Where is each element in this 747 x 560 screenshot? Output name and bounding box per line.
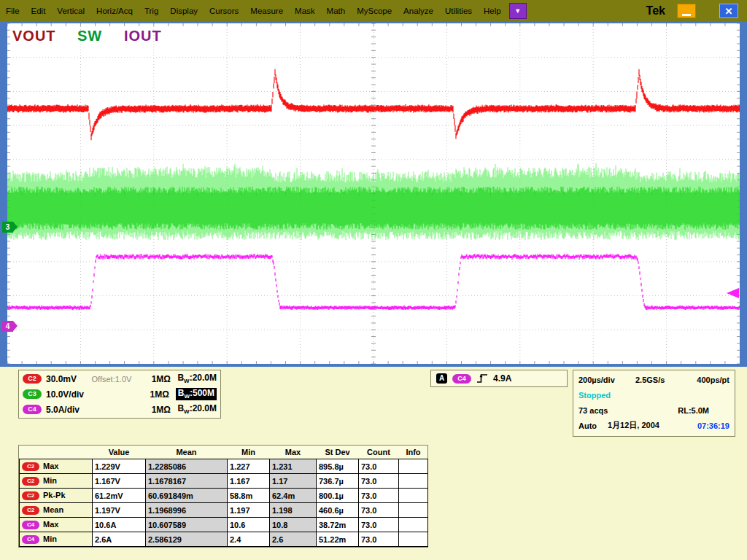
meas-cell-min: 10.6 <box>228 518 270 532</box>
menu-item-mask[interactable]: Mask <box>289 0 320 22</box>
meas-cell-stdev: 460.6µ <box>317 503 359 518</box>
sample-rate: 2.5GS/s <box>635 376 688 384</box>
meas-row: C4Max10.6A10.60758910.610.838.72m73.0 <box>20 518 428 532</box>
meas-cell-count: 73.0 <box>359 489 399 503</box>
menu-item-vertical[interactable]: Vertical <box>51 0 90 22</box>
channel-bandwidth: BW:20.0M <box>177 403 217 415</box>
menu-item-horiz-acq[interactable]: Horiz/Acq <box>90 0 139 22</box>
horizontal-row-status: Stopped <box>578 387 729 402</box>
horizontal-readout: 200µs/div 2.5GS/s 400ps/pt Stopped 73 ac… <box>573 370 735 437</box>
menu-overflow-button[interactable]: ▼ <box>509 3 527 19</box>
meas-row-label: C2Pk-Pk <box>20 489 93 503</box>
clock-time: 07:36:19 <box>697 421 729 430</box>
meas-cell-stdev: 895.8µ <box>317 459 359 474</box>
channel-4-position-marker[interactable]: 4 <box>2 321 13 332</box>
channel-scale: 5.0A/div <box>46 405 92 415</box>
meas-header-min: Min <box>228 446 270 459</box>
channel-badge-c3: C3 <box>23 389 42 399</box>
marker-arrow-icon <box>13 321 18 331</box>
horizontal-row-timebase: 200µs/div 2.5GS/s 400ps/pt <box>578 372 729 387</box>
menu-item-trig[interactable]: Trig <box>139 0 164 22</box>
minimize-icon <box>682 14 691 16</box>
meas-cell-value: 2.6A <box>93 532 146 547</box>
meas-source-badge: C4 <box>22 535 39 544</box>
meas-cell-info <box>399 503 428 518</box>
trigger-mode-badge: A <box>436 373 447 384</box>
meas-cell-info <box>399 489 428 503</box>
meas-label: Mean <box>43 505 63 514</box>
meas-header-value: Value <box>93 446 146 459</box>
waveform-plot <box>7 23 740 364</box>
meas-cell-count: 73.0 <box>359 532 399 547</box>
meas-cell-info <box>399 459 428 474</box>
meas-cell-count: 73.0 <box>359 474 399 489</box>
meas-cell-max: 62.4m <box>270 489 317 503</box>
meas-row: C2Pk-Pk61.2mV60.691849m58.8m62.4m800.1µ7… <box>20 489 428 503</box>
meas-header-count: Count <box>359 446 399 459</box>
meas-cell-count: 73.0 <box>359 518 399 532</box>
meas-source-badge: C4 <box>22 521 39 529</box>
minimize-button[interactable] <box>677 4 696 18</box>
meas-cell-value: 61.2mV <box>93 489 146 503</box>
measurements-table: ValueMeanMinMaxSt DevCountInfoC2Max1.229… <box>19 446 428 547</box>
channel-badge-c2: C2 <box>23 374 42 384</box>
close-button[interactable]: ✕ <box>719 4 738 18</box>
meas-cell-stdev: 51.22m <box>317 532 359 547</box>
chevron-down-icon: ▼ <box>514 8 521 15</box>
meas-header-max: Max <box>270 446 317 459</box>
menu-item-cursors[interactable]: Cursors <box>204 0 244 22</box>
menu-item-help[interactable]: Help <box>478 0 507 22</box>
meas-cell-value: 1.167V <box>93 474 146 489</box>
meas-cell-mean: 1.1968996 <box>146 503 228 518</box>
channel-bandwidth: BW:20.0M <box>177 373 217 384</box>
waveform-display[interactable]: VOUTSWIOUT <box>7 23 740 364</box>
menu-item-analyze[interactable]: Analyze <box>398 0 439 22</box>
channel-badge-c4: C4 <box>23 405 42 414</box>
meas-cell-value: 10.6A <box>93 518 146 532</box>
meas-cell-max: 1.198 <box>270 503 317 518</box>
meas-row-label: C2Min <box>20 474 93 489</box>
menu-item-utilities[interactable]: Utilities <box>439 0 478 22</box>
channel-3-position-marker[interactable]: 3 <box>2 222 13 233</box>
meas-cell-max: 2.6 <box>270 532 317 547</box>
meas-source-badge: C2 <box>22 491 39 500</box>
menu-item-measure[interactable]: Measure <box>244 0 289 22</box>
meas-row-label: C4Max <box>20 518 93 532</box>
meas-cell-mean: 1.2285086 <box>146 459 228 474</box>
meas-cell-min: 1.197 <box>228 503 270 518</box>
menu-item-edit[interactable]: Edit <box>26 0 52 22</box>
meas-cell-mean: 2.586129 <box>146 532 228 547</box>
meas-cell-count: 73.0 <box>359 503 399 518</box>
vertical-readout-c3[interactable]: C310.0V/div1MΩBW:500M <box>19 386 220 402</box>
trigger-level-arrow[interactable] <box>727 288 739 298</box>
channel-scale: 10.0V/div <box>46 389 91 400</box>
menu-item-math[interactable]: Math <box>321 0 352 22</box>
meas-row-label: C2Mean <box>20 503 93 518</box>
close-icon: ✕ <box>725 6 733 17</box>
meas-row-label: C2Max <box>20 459 93 474</box>
menu-item-myscope[interactable]: MyScope <box>351 0 398 22</box>
menu-bar-items: FileEditVerticalHoriz/AcqTrigDisplayCurs… <box>0 0 507 22</box>
rising-edge-icon <box>476 373 488 384</box>
meas-cell-min: 1.167 <box>228 474 270 489</box>
meas-cell-mean: 60.691849m <box>146 489 228 503</box>
acquisition-status: Stopped <box>578 391 611 400</box>
horizontal-row-acqs: 73 acqs RL:5.0M <box>578 402 729 418</box>
meas-label: Max <box>43 520 58 529</box>
meas-source-badge: C2 <box>22 506 39 515</box>
menu-item-display[interactable]: Display <box>164 0 204 22</box>
meas-row: C2Min1.167V1.16781671.1671.17736.7µ73.0 <box>20 474 428 489</box>
marker-arrow-icon <box>13 222 18 232</box>
meas-cell-stdev: 736.7µ <box>317 474 359 489</box>
trigger-mode: Auto <box>578 421 608 430</box>
vertical-readout-c2[interactable]: C230.0mVOffset:1.0V1MΩBW:20.0M <box>19 371 220 386</box>
vertical-readout-c4[interactable]: C45.0A/div1MΩBW:20.0M <box>19 402 220 417</box>
meas-cell-value: 1.229V <box>93 459 146 474</box>
menu-item-file[interactable]: File <box>0 0 26 22</box>
channel-impedance: 1MΩ <box>152 405 178 415</box>
timebase: 200µs/div <box>578 376 635 384</box>
meas-label: Min <box>43 476 57 485</box>
trigger-readout[interactable]: A C4 4.9A <box>430 370 568 387</box>
meas-cell-min: 2.4 <box>228 532 270 547</box>
channel-impedance: 1MΩ <box>152 374 178 384</box>
